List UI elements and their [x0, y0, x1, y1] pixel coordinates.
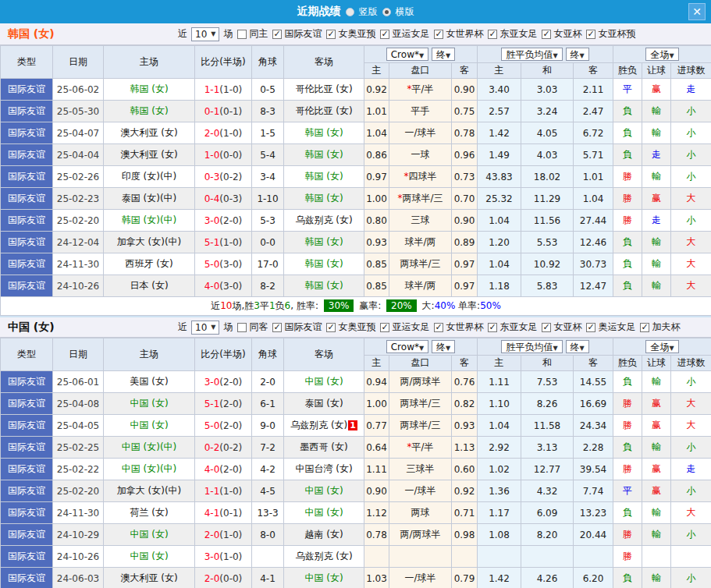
result-wdl-cell: 負	[613, 502, 642, 524]
avg-win-cell: 1.04	[478, 415, 521, 437]
header-dropdown[interactable]: Crow*▼	[386, 48, 428, 61]
header-dropdown[interactable]: 胜平负均值▼	[501, 340, 562, 353]
sub-column-header: 让球	[642, 63, 671, 79]
handicap-cell: 两球	[389, 502, 452, 524]
corner-cell: 13-3	[252, 502, 284, 524]
away-team-name: 韩国 (女)	[304, 193, 343, 204]
competition-checkbox[interactable]	[326, 323, 336, 332]
close-icon[interactable]: ✕	[688, 3, 706, 20]
handicap-value: 两/两球半	[400, 376, 440, 387]
vertical-layout-radio[interactable]	[346, 8, 354, 16]
header-dropdown[interactable]: Crow*▼	[386, 340, 428, 353]
result-goals-cell: 大	[671, 415, 711, 437]
league-cell: 国际友谊	[1, 232, 53, 253]
corner-cell: 8-3	[252, 101, 284, 122]
competition-checkbox[interactable]	[488, 30, 497, 39]
column-header: 客场	[284, 338, 364, 371]
horizontal-layout-label[interactable]: 横版	[396, 5, 414, 19]
result-goals-cell: 大	[671, 393, 711, 415]
result-goals-cell: 小	[671, 210, 711, 232]
home-team-cell: 澳大利亚 (女)	[104, 568, 195, 588]
competition-checkbox[interactable]	[380, 323, 389, 332]
fulltime-score: 5-1	[204, 398, 220, 409]
header-dropdown[interactable]: 终▼	[566, 340, 589, 353]
summary-text: 赢率:	[356, 300, 384, 311]
odds-away-cell: 0.90	[452, 79, 478, 101]
avg-lose-cell: 1.01	[574, 166, 613, 188]
same-venue-checkbox[interactable]	[237, 323, 247, 332]
header-dropdown[interactable]: 终▼	[432, 340, 455, 353]
score-cell: 1-1(1-0)	[195, 79, 252, 101]
odds-away-cell: 0.97	[452, 275, 478, 297]
away-team-cell: 越南 (女)	[284, 524, 364, 546]
competition-checkbox[interactable]	[586, 30, 595, 39]
header-dropdown[interactable]: 终▼	[432, 48, 455, 61]
result-goals-cell: 大	[671, 275, 711, 297]
odds-home-cell: 0.94	[364, 371, 389, 393]
avg-lose-cell: 20.44	[574, 524, 613, 546]
competition-checkbox[interactable]	[542, 323, 551, 332]
away-team-cell: 韩国 (女)	[284, 122, 364, 144]
match-row: 国际友谊25-04-04澳大利亚 (女)1-0(0-0)5-4韩国 (女)0.8…	[1, 144, 711, 166]
avg-win-cell: 1.08	[478, 524, 521, 546]
handicap-cell: 三球	[389, 210, 452, 232]
competition-checkbox[interactable]	[434, 30, 443, 39]
competition-checkbox[interactable]	[434, 323, 443, 332]
avg-draw-cell: 4.03	[521, 144, 574, 166]
competition-checkbox[interactable]	[326, 30, 336, 39]
odds-away-cell: 0.73	[452, 166, 478, 188]
competition-checkbox[interactable]	[542, 30, 551, 39]
home-team-name: 澳大利亚 (女)	[120, 127, 177, 138]
avg-win-cell: 1.10	[478, 393, 521, 415]
away-team-name: 韩国 (女)	[304, 171, 343, 182]
corner-cell: 1-5	[252, 122, 284, 144]
away-team-name: 韩国 (女)	[304, 149, 343, 160]
match-count-select[interactable]: 10▼	[191, 27, 219, 41]
odds-away-cell	[452, 546, 478, 568]
summary-text: 场,胜	[233, 300, 254, 311]
avg-win-cell: 1.04	[478, 253, 521, 275]
avg-draw-cell: 3.13	[521, 437, 574, 459]
corner-cell: 6-1	[252, 393, 284, 415]
same-venue-checkbox[interactable]	[237, 30, 247, 39]
odds-home-cell: 0.90	[364, 480, 389, 502]
sub-column-header: 主	[478, 356, 521, 371]
avg-win-cell: 1.17	[478, 502, 521, 524]
header-dropdown[interactable]: 胜平负均值▼	[501, 48, 562, 61]
home-team-name: 中国 (女)	[130, 551, 168, 561]
odds-away-cell: 0.60	[452, 459, 478, 480]
chevron-down-icon: ▼	[446, 345, 450, 352]
competition-checkbox[interactable]	[380, 30, 389, 39]
column-header: 日期	[53, 46, 104, 79]
header-dropdown[interactable]: 终▼	[566, 48, 589, 61]
horizontal-layout-radio[interactable]	[382, 8, 391, 16]
score-cell: 0-3(0-2)	[195, 166, 252, 188]
odds-home-cell	[364, 546, 389, 568]
vertical-layout-label[interactable]: 竖版	[359, 5, 378, 19]
competition-checkbox[interactable]	[640, 323, 649, 332]
away-team-name: 墨西哥 (女)	[300, 441, 347, 452]
avg-win-cell: 1.42	[478, 122, 521, 144]
team-filter-bar: 韩国 (女)近10▼场同主国际友谊女奥亚预亚运女足女世界杯东亚女足女亚杯女亚杯预	[0, 23, 711, 45]
result-wdl-cell: 勝	[613, 166, 642, 188]
competition-checkbox[interactable]	[272, 323, 282, 332]
odds-home-cell: 1.12	[364, 502, 389, 524]
handicap-value: 平手	[411, 105, 430, 116]
competition-checkbox[interactable]	[586, 323, 595, 332]
header-dropdown[interactable]: 全场▼	[645, 340, 678, 353]
result-goals-cell: 小	[671, 122, 711, 144]
handicap-cell: 平手	[389, 101, 452, 122]
near-label: 近	[178, 321, 187, 334]
competition-checkbox[interactable]	[272, 30, 282, 39]
league-cell: 国际友谊	[1, 502, 53, 524]
competition-checkbox[interactable]	[488, 323, 497, 332]
avg-draw-cell: 11.56	[521, 210, 574, 232]
match-count-select[interactable]: 10▼	[191, 321, 219, 335]
chevron-down-icon: ▼	[580, 345, 585, 352]
header-dropdown[interactable]: 全场▼	[645, 48, 678, 61]
match-row: 国际友谊24-11-30荷兰 (女)4-1(0-1)13-3中国 (女)1.12…	[1, 502, 711, 524]
result-wdl-cell: 負	[613, 253, 642, 275]
avg-win-cell: 1.18	[478, 275, 521, 297]
handicap-value: 两球	[411, 507, 430, 518]
date-cell: 25-06-01	[53, 371, 104, 393]
